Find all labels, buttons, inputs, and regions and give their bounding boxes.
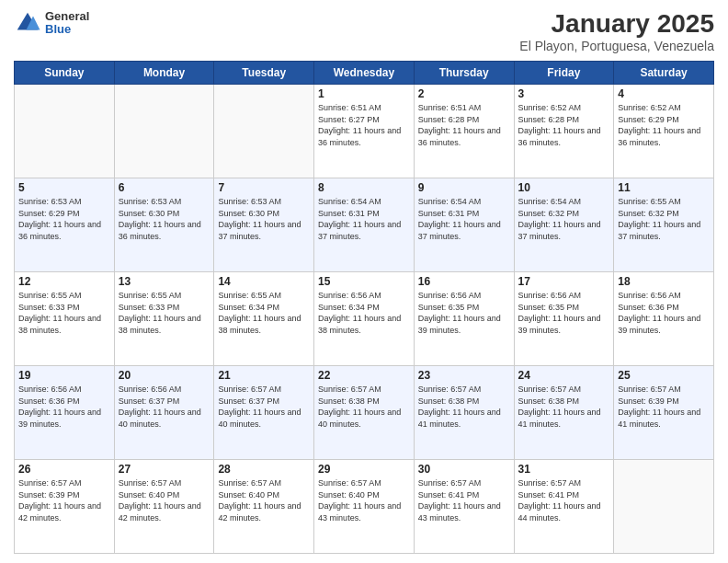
day-info: Sunrise: 6:53 AMSunset: 6:30 PMDaylight:… [119, 196, 210, 242]
calendar-cell: 17Sunrise: 6:56 AMSunset: 6:35 PMDayligh… [514, 272, 614, 366]
day-number: 5 [18, 181, 110, 194]
day-info: Sunrise: 6:55 AMSunset: 6:33 PMDaylight:… [18, 290, 110, 336]
day-number: 10 [518, 181, 610, 194]
day-info: Sunrise: 6:54 AMSunset: 6:31 PMDaylight:… [318, 196, 410, 242]
day-info: Sunrise: 6:55 AMSunset: 6:34 PMDaylight:… [218, 290, 310, 336]
calendar-cell: 12Sunrise: 6:55 AMSunset: 6:33 PMDayligh… [15, 272, 115, 366]
calendar-cell: 21Sunrise: 6:57 AMSunset: 6:37 PMDayligh… [214, 366, 314, 460]
day-info: Sunrise: 6:57 AMSunset: 6:41 PMDaylight:… [518, 477, 610, 523]
day-info: Sunrise: 6:57 AMSunset: 6:40 PMDaylight:… [119, 477, 210, 523]
calendar-day-header: Monday [114, 62, 214, 85]
calendar-cell: 13Sunrise: 6:55 AMSunset: 6:33 PMDayligh… [114, 272, 214, 366]
day-info: Sunrise: 6:55 AMSunset: 6:32 PMDaylight:… [618, 196, 710, 242]
day-info: Sunrise: 6:57 AMSunset: 6:38 PMDaylight:… [318, 384, 410, 430]
calendar-cell [114, 85, 214, 178]
day-number: 2 [418, 87, 510, 100]
day-info: Sunrise: 6:53 AMSunset: 6:30 PMDaylight:… [218, 196, 310, 242]
calendar-cell: 27Sunrise: 6:57 AMSunset: 6:40 PMDayligh… [114, 460, 214, 554]
day-info: Sunrise: 6:57 AMSunset: 6:39 PMDaylight:… [18, 477, 110, 523]
calendar-table: SundayMondayTuesdayWednesdayThursdayFrid… [14, 61, 714, 554]
subtitle: El Playon, Portuguesa, Venezuela [519, 39, 714, 53]
calendar-cell: 23Sunrise: 6:57 AMSunset: 6:38 PMDayligh… [414, 366, 514, 460]
calendar-cell: 7Sunrise: 6:53 AMSunset: 6:30 PMDaylight… [214, 178, 314, 272]
calendar-cell [15, 85, 115, 178]
day-number: 21 [218, 369, 310, 382]
calendar-cell: 28Sunrise: 6:57 AMSunset: 6:40 PMDayligh… [214, 460, 314, 554]
day-info: Sunrise: 6:56 AMSunset: 6:36 PMDaylight:… [18, 384, 110, 430]
logo-general: General [45, 10, 89, 23]
day-info: Sunrise: 6:57 AMSunset: 6:37 PMDaylight:… [218, 384, 310, 430]
calendar-cell: 4Sunrise: 6:52 AMSunset: 6:29 PMDaylight… [614, 85, 714, 178]
day-info: Sunrise: 6:57 AMSunset: 6:41 PMDaylight:… [418, 477, 510, 523]
day-info: Sunrise: 6:57 AMSunset: 6:40 PMDaylight:… [318, 477, 410, 523]
day-number: 24 [518, 369, 610, 382]
header: General Blue January 2025 El Playon, Por… [14, 9, 714, 53]
calendar-week-row: 12Sunrise: 6:55 AMSunset: 6:33 PMDayligh… [15, 272, 714, 366]
day-info: Sunrise: 6:57 AMSunset: 6:39 PMDaylight:… [618, 384, 710, 430]
day-number: 28 [218, 463, 310, 476]
day-number: 18 [618, 275, 710, 288]
logo-blue: Blue [45, 23, 89, 36]
title-block: January 2025 El Playon, Portuguesa, Vene… [519, 9, 714, 53]
logo-text: General Blue [45, 10, 89, 37]
calendar-cell: 11Sunrise: 6:55 AMSunset: 6:32 PMDayligh… [614, 178, 714, 272]
day-number: 3 [518, 87, 610, 100]
calendar-day-header: Saturday [614, 62, 714, 85]
day-number: 14 [218, 275, 310, 288]
day-info: Sunrise: 6:52 AMSunset: 6:28 PMDaylight:… [518, 102, 610, 148]
day-info: Sunrise: 6:57 AMSunset: 6:40 PMDaylight:… [218, 477, 310, 523]
day-info: Sunrise: 6:56 AMSunset: 6:35 PMDaylight:… [518, 290, 610, 336]
day-info: Sunrise: 6:57 AMSunset: 6:38 PMDaylight:… [418, 384, 510, 430]
calendar-cell: 29Sunrise: 6:57 AMSunset: 6:40 PMDayligh… [314, 460, 415, 554]
day-number: 20 [119, 369, 210, 382]
day-number: 25 [618, 369, 710, 382]
calendar-cell: 26Sunrise: 6:57 AMSunset: 6:39 PMDayligh… [15, 460, 115, 554]
calendar-cell: 14Sunrise: 6:55 AMSunset: 6:34 PMDayligh… [214, 272, 314, 366]
day-number: 15 [318, 275, 410, 288]
calendar-cell: 18Sunrise: 6:56 AMSunset: 6:36 PMDayligh… [614, 272, 714, 366]
day-info: Sunrise: 6:56 AMSunset: 6:35 PMDaylight:… [418, 290, 510, 336]
day-number: 16 [418, 275, 510, 288]
day-number: 17 [518, 275, 610, 288]
day-number: 19 [18, 369, 110, 382]
day-number: 23 [418, 369, 510, 382]
day-info: Sunrise: 6:53 AMSunset: 6:29 PMDaylight:… [18, 196, 110, 242]
calendar-cell: 22Sunrise: 6:57 AMSunset: 6:38 PMDayligh… [314, 366, 415, 460]
calendar-week-row: 26Sunrise: 6:57 AMSunset: 6:39 PMDayligh… [15, 460, 714, 554]
calendar-cell: 30Sunrise: 6:57 AMSunset: 6:41 PMDayligh… [414, 460, 514, 554]
day-info: Sunrise: 6:55 AMSunset: 6:33 PMDaylight:… [119, 290, 210, 336]
calendar-header-row: SundayMondayTuesdayWednesdayThursdayFrid… [15, 62, 714, 85]
calendar-cell: 6Sunrise: 6:53 AMSunset: 6:30 PMDaylight… [114, 178, 214, 272]
calendar-day-header: Wednesday [314, 62, 415, 85]
calendar-cell: 5Sunrise: 6:53 AMSunset: 6:29 PMDaylight… [15, 178, 115, 272]
day-number: 13 [119, 275, 210, 288]
day-number: 6 [119, 181, 210, 194]
calendar-cell: 8Sunrise: 6:54 AMSunset: 6:31 PMDaylight… [314, 178, 415, 272]
calendar-cell: 31Sunrise: 6:57 AMSunset: 6:41 PMDayligh… [514, 460, 614, 554]
calendar-cell [614, 460, 714, 554]
day-number: 7 [218, 181, 310, 194]
calendar-cell: 20Sunrise: 6:56 AMSunset: 6:37 PMDayligh… [114, 366, 214, 460]
main-title: January 2025 [519, 9, 714, 39]
calendar-week-row: 19Sunrise: 6:56 AMSunset: 6:36 PMDayligh… [15, 366, 714, 460]
calendar-cell: 2Sunrise: 6:51 AMSunset: 6:28 PMDaylight… [414, 85, 514, 178]
day-info: Sunrise: 6:56 AMSunset: 6:37 PMDaylight:… [119, 384, 210, 430]
day-number: 12 [18, 275, 110, 288]
calendar-day-header: Thursday [414, 62, 514, 85]
day-number: 31 [518, 463, 610, 476]
calendar-day-header: Friday [514, 62, 614, 85]
day-info: Sunrise: 6:56 AMSunset: 6:36 PMDaylight:… [618, 290, 710, 336]
calendar-cell: 1Sunrise: 6:51 AMSunset: 6:27 PMDaylight… [314, 85, 415, 178]
day-number: 8 [318, 181, 410, 194]
calendar-cell: 9Sunrise: 6:54 AMSunset: 6:31 PMDaylight… [414, 178, 514, 272]
day-number: 4 [618, 87, 710, 100]
calendar-cell: 24Sunrise: 6:57 AMSunset: 6:38 PMDayligh… [514, 366, 614, 460]
calendar-cell: 16Sunrise: 6:56 AMSunset: 6:35 PMDayligh… [414, 272, 514, 366]
calendar-cell: 15Sunrise: 6:56 AMSunset: 6:34 PMDayligh… [314, 272, 415, 366]
day-number: 26 [18, 463, 110, 476]
day-number: 9 [418, 181, 510, 194]
day-number: 30 [418, 463, 510, 476]
logo: General Blue [14, 9, 89, 37]
day-number: 1 [318, 87, 410, 100]
day-info: Sunrise: 6:52 AMSunset: 6:29 PMDaylight:… [618, 102, 710, 148]
